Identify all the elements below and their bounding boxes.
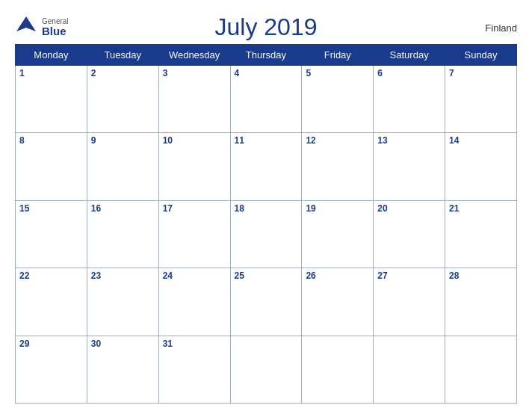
day-number: 26 bbox=[306, 271, 369, 281]
day-cell: 10 bbox=[158, 133, 230, 200]
day-of-week-wednesday: Wednesday bbox=[158, 45, 230, 66]
week-row-1: 1234567 bbox=[16, 66, 517, 133]
day-cell bbox=[302, 336, 374, 403]
day-of-week-monday: Monday bbox=[16, 45, 87, 66]
day-number: 23 bbox=[91, 271, 155, 281]
calendar-grid: MondayTuesdayWednesdayThursdayFridaySatu… bbox=[15, 44, 517, 404]
day-number: 3 bbox=[163, 68, 226, 78]
day-number: 16 bbox=[91, 203, 155, 214]
day-cell: 13 bbox=[374, 133, 445, 200]
day-number: 19 bbox=[306, 203, 369, 214]
day-number: 12 bbox=[306, 135, 369, 146]
day-cell: 21 bbox=[445, 200, 517, 268]
day-number: 31 bbox=[163, 339, 226, 349]
day-cell: 1 bbox=[16, 66, 87, 133]
week-row-5: 293031 bbox=[16, 336, 517, 403]
day-of-week-friday: Friday bbox=[302, 45, 374, 66]
day-cell: 5 bbox=[302, 66, 374, 133]
day-number: 11 bbox=[235, 135, 298, 146]
calendar-header: General Blue July 2019 Finland bbox=[15, 13, 517, 41]
day-cell bbox=[230, 336, 302, 403]
day-cell: 18 bbox=[230, 200, 302, 268]
day-number: 15 bbox=[19, 203, 83, 214]
day-cell: 16 bbox=[87, 200, 158, 268]
day-cell: 30 bbox=[87, 336, 158, 403]
month-year-title: July 2019 bbox=[215, 13, 318, 41]
calendar-table: MondayTuesdayWednesdayThursdayFridaySatu… bbox=[15, 44, 517, 404]
day-cell: 17 bbox=[158, 200, 230, 268]
day-number: 18 bbox=[235, 203, 298, 214]
day-cell: 25 bbox=[230, 268, 302, 336]
logo: General Blue bbox=[15, 15, 69, 40]
day-cell: 12 bbox=[302, 133, 374, 200]
day-number: 8 bbox=[19, 135, 83, 146]
day-number: 14 bbox=[449, 135, 513, 146]
day-cell: 24 bbox=[158, 268, 230, 336]
day-cell: 28 bbox=[445, 268, 517, 336]
day-number: 6 bbox=[377, 68, 441, 78]
day-cell: 4 bbox=[230, 66, 302, 133]
day-of-week-tuesday: Tuesday bbox=[87, 45, 158, 66]
day-number: 25 bbox=[235, 271, 298, 281]
day-number: 17 bbox=[163, 203, 226, 214]
day-cell: 19 bbox=[302, 200, 374, 268]
day-cell: 31 bbox=[158, 336, 230, 403]
day-cell: 9 bbox=[87, 133, 158, 200]
day-cell: 27 bbox=[374, 268, 445, 336]
day-number: 29 bbox=[19, 339, 83, 349]
day-number: 24 bbox=[163, 271, 226, 281]
day-cell: 3 bbox=[158, 66, 230, 133]
day-cell bbox=[374, 336, 445, 403]
country-label: Finland bbox=[485, 22, 517, 33]
day-cell: 20 bbox=[374, 200, 445, 268]
day-of-week-thursday: Thursday bbox=[230, 45, 302, 66]
week-row-2: 891011121314 bbox=[16, 133, 517, 200]
calendar-body: 1234567891011121314151617181920212223242… bbox=[16, 66, 517, 404]
day-cell: 26 bbox=[302, 268, 374, 336]
day-cell: 23 bbox=[87, 268, 158, 336]
svg-marker-0 bbox=[16, 16, 36, 31]
day-cell: 15 bbox=[16, 200, 87, 268]
day-cell: 2 bbox=[87, 66, 158, 133]
day-number: 27 bbox=[377, 271, 441, 281]
day-number: 2 bbox=[91, 68, 155, 78]
day-number: 21 bbox=[449, 203, 513, 214]
day-cell bbox=[445, 336, 517, 403]
day-number: 9 bbox=[91, 135, 155, 146]
day-number: 5 bbox=[306, 68, 369, 78]
day-number: 28 bbox=[449, 271, 513, 281]
week-row-3: 15161718192021 bbox=[16, 200, 517, 268]
day-number: 1 bbox=[19, 68, 83, 78]
day-cell: 11 bbox=[230, 133, 302, 200]
day-number: 10 bbox=[163, 135, 226, 146]
days-header-row: MondayTuesdayWednesdayThursdayFridaySatu… bbox=[16, 45, 517, 66]
day-cell: 6 bbox=[374, 66, 445, 133]
day-of-week-saturday: Saturday bbox=[374, 45, 445, 66]
day-cell: 29 bbox=[16, 336, 87, 403]
logo-text: General Blue bbox=[42, 17, 69, 38]
day-number: 7 bbox=[449, 68, 513, 78]
day-number: 4 bbox=[235, 68, 298, 78]
day-cell: 8 bbox=[16, 133, 87, 200]
day-cell: 22 bbox=[16, 268, 87, 336]
day-number: 13 bbox=[377, 135, 441, 146]
day-number: 22 bbox=[19, 271, 83, 281]
week-row-4: 22232425262728 bbox=[16, 268, 517, 336]
day-cell: 7 bbox=[445, 66, 517, 133]
day-cell: 14 bbox=[445, 133, 517, 200]
logo-bird-icon bbox=[15, 15, 37, 37]
day-number: 30 bbox=[91, 339, 155, 349]
logo-blue-text: Blue bbox=[42, 25, 69, 38]
day-of-week-sunday: Sunday bbox=[445, 45, 517, 66]
day-number: 20 bbox=[377, 203, 441, 214]
